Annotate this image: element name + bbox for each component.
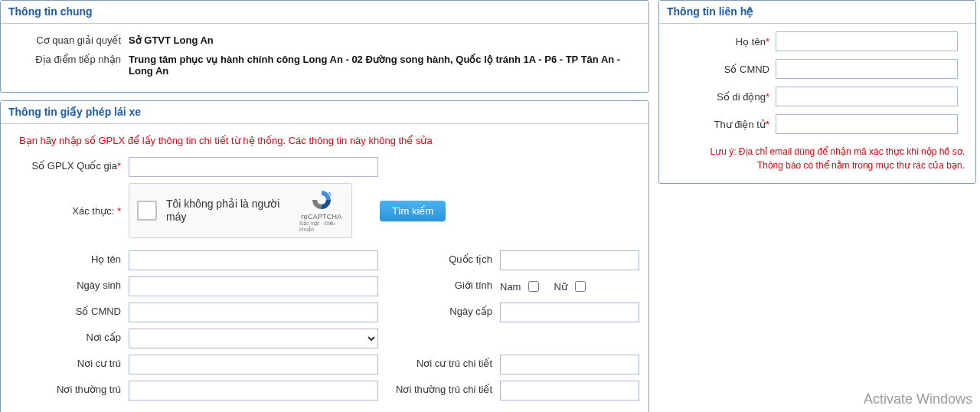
issueplace-label: Nơi cấp — [10, 329, 129, 348]
recaptcha-brand: reCAPTCHA — [302, 213, 342, 221]
issuedate-label: Ngày cấp — [393, 302, 500, 322]
general-info-panel: Thông tin chung Cơ quan giải quyết Sở GT… — [0, 0, 649, 93]
general-info-title: Thông tin chung — [1, 1, 648, 24]
dob-input[interactable] — [129, 276, 378, 296]
residence-input[interactable] — [129, 355, 378, 374]
contact-note: Lưu ý: Địa chỉ email dùng để nhận mã xác… — [668, 142, 966, 172]
contact-idnum-label: Số CMND — [668, 64, 776, 75]
gender-label: Giới tính — [393, 276, 500, 296]
recaptcha-icon — [310, 188, 333, 211]
gender-male-checkbox[interactable] — [528, 281, 539, 292]
gplx-label: Số GPLX Quốc gia* — [10, 157, 129, 177]
dob-label: Ngày sinh — [10, 276, 129, 296]
contact-idnum-input[interactable] — [776, 59, 958, 79]
contact-fullname-label: Họ tên* — [668, 36, 776, 47]
agency-label: Cơ quan giải quyết — [10, 31, 129, 46]
residence-detail-label: Nơi cư trú chi tiết — [393, 355, 500, 374]
agency-value: Sở GTVT Long An — [129, 31, 639, 46]
fullname-label: Họ tên — [10, 250, 129, 270]
contact-info-title: Thông tin liên hệ — [659, 1, 975, 24]
license-hint: Bạn hãy nhập số GPLX để lấy thông tin ch… — [19, 135, 639, 146]
license-info-panel: Thông tin giấy phép lái xe Bạn hãy nhập … — [0, 100, 649, 412]
recaptcha-terms: Bảo mật - Điều khoản — [299, 221, 344, 233]
captcha-label: Xác thực: * — [10, 205, 129, 217]
contact-mobile-input[interactable] — [776, 87, 958, 106]
license-info-title: Thông tin giấy phép lái xe — [1, 101, 648, 124]
gender-female-checkbox[interactable] — [575, 281, 586, 292]
search-button[interactable]: Tìm kiếm — [380, 201, 446, 221]
residence-label: Nơi cư trú — [10, 355, 129, 374]
residence-detail-input[interactable] — [500, 355, 639, 374]
contact-mobile-label: Số di động* — [668, 91, 776, 103]
fullname-input[interactable] — [129, 250, 378, 270]
nationality-label: Quốc tịch — [393, 250, 500, 270]
idnum-input[interactable] — [129, 302, 378, 322]
permanent-detail-input[interactable] — [500, 381, 639, 401]
recaptcha-checkbox[interactable] — [137, 201, 157, 221]
location-value: Trung tâm phục vụ hành chính công Long A… — [129, 51, 639, 77]
issuedate-input[interactable] — [500, 302, 639, 322]
recaptcha-text: Tôi không phải là người máy — [166, 198, 299, 224]
permanent-label: Nơi thường trú — [10, 381, 129, 401]
contact-email-label: Thư điện tử* — [668, 119, 776, 130]
nationality-input[interactable] — [500, 250, 639, 270]
permanent-input[interactable] — [129, 381, 378, 401]
issueplace-select[interactable] — [129, 329, 378, 348]
recaptcha-widget[interactable]: Tôi không phải là người máy reCAP — [129, 183, 352, 238]
gender-male-label: Nam — [500, 281, 521, 293]
gplx-input[interactable] — [129, 157, 378, 177]
location-label: Địa điểm tiếp nhận — [10, 51, 129, 65]
contact-email-input[interactable] — [776, 114, 958, 134]
contact-info-panel: Thông tin liên hệ Họ tên* Số CMND Số di … — [658, 0, 976, 184]
idnum-label: Số CMND — [10, 302, 129, 322]
contact-fullname-input[interactable] — [776, 31, 958, 51]
permanent-detail-label: Nơi thường trú chi tiết — [393, 381, 500, 401]
gender-female-label: Nữ — [554, 281, 567, 293]
